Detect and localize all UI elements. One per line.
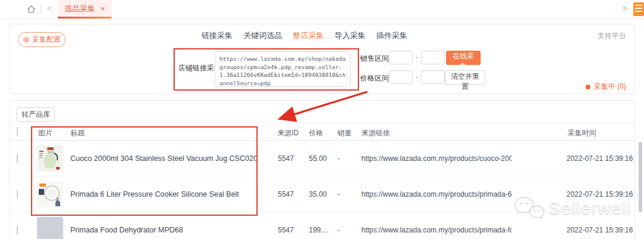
product-image-seal-belt bbox=[37, 181, 63, 209]
price: 55.00 bbox=[309, 154, 327, 163]
row-checkbox[interactable] bbox=[17, 190, 18, 199]
column-sales: 销量 bbox=[338, 128, 352, 138]
collect-config-button[interactable]: 采集配置 bbox=[18, 32, 66, 47]
tab-product-collection[interactable]: 选品采集 × bbox=[58, 0, 112, 17]
source-id: 5547 bbox=[278, 226, 294, 234]
tab-plugin-collect[interactable]: 插件采集 bbox=[376, 30, 407, 41]
product-image-vacuum-jug bbox=[37, 145, 63, 173]
tab-import-collect[interactable]: 导入采集 bbox=[335, 30, 366, 41]
table-header: 图片 标题 来源ID 价格 销量 来源链接 采集时间 bbox=[9, 123, 634, 141]
sales-range-label: 销售区间 bbox=[360, 54, 389, 64]
select-all-checkbox[interactable] bbox=[17, 127, 18, 136]
online-collect-button[interactable]: 在线采集 bbox=[446, 51, 481, 65]
price-range-separator: - bbox=[416, 73, 418, 81]
sales: - bbox=[338, 154, 340, 163]
status-dot-icon bbox=[586, 85, 590, 89]
column-collect-time: 采集时间 bbox=[568, 128, 596, 138]
price-range-label: 价格区间 bbox=[360, 73, 389, 83]
product-image-placeholder bbox=[37, 217, 63, 239]
row-checkbox[interactable] bbox=[17, 154, 18, 163]
source-id: 5547 bbox=[278, 190, 294, 198]
back-chevron-icon[interactable]: < bbox=[47, 4, 52, 13]
to-product-library-button[interactable]: 转产品库 bbox=[17, 107, 55, 122]
topbar-divider: | bbox=[39, 4, 42, 13]
price: 35.00 bbox=[309, 190, 327, 198]
tab-whole-store-collect[interactable]: 整店采集 bbox=[293, 30, 324, 41]
row-checkbox[interactable] bbox=[17, 225, 18, 235]
column-price: 价格 bbox=[309, 128, 323, 138]
forward-chevron-icon[interactable]: > bbox=[623, 4, 627, 13]
collect-time: 2022-07-21 15:39:16 bbox=[566, 154, 633, 163]
source-link: https://www.lazada.com.my/products/cuoco… bbox=[361, 154, 512, 163]
scrollbar-thumb[interactable] bbox=[639, 142, 642, 212]
tab-close-icon[interactable]: × bbox=[101, 5, 106, 13]
column-source-link: 来源链接 bbox=[361, 128, 390, 138]
collect-config-label: 采集配置 bbox=[32, 35, 61, 45]
collect-time: 2022-07-21 15:39:16 bbox=[566, 190, 633, 198]
tab-label: 选品采集 bbox=[64, 4, 95, 14]
tab-link-collect[interactable]: 链接采集 bbox=[202, 30, 233, 41]
shop-link-input[interactable]: https://www.lazada.com.my/shop/nakadagro… bbox=[215, 51, 351, 87]
clear-reset-button[interactable]: 清空并重置 bbox=[445, 70, 485, 85]
supported-platforms-label: 支持平台 bbox=[534, 31, 626, 41]
price-min-input[interactable] bbox=[389, 70, 413, 84]
sales-min-input[interactable] bbox=[389, 51, 413, 64]
gear-icon bbox=[23, 36, 30, 44]
column-title: 标题 bbox=[70, 128, 85, 138]
column-image: 图片 bbox=[38, 128, 52, 138]
sales: - bbox=[338, 226, 340, 234]
source-link: https://www.lazada.com.my/products/prima… bbox=[361, 190, 512, 198]
collect-mode-tabs: 链接采集 关键词选品 整店采集 导入采集 插件采集 bbox=[202, 30, 407, 41]
price-max-input[interactable] bbox=[421, 70, 445, 84]
source-id: 5547 bbox=[278, 154, 294, 163]
table-row: Primada Food Dehydrator MPD68 5547 199..… bbox=[9, 212, 634, 239]
product-title: Cuoco 2000ml 304 Stainless Steel Vacuum … bbox=[70, 154, 258, 163]
source-link: https://www.lazada.com.my/products/prima… bbox=[361, 226, 512, 234]
sales-max-input[interactable] bbox=[421, 51, 445, 64]
table-row: Cuoco 2000ml 304 Stainless Steel Vacuum … bbox=[9, 141, 634, 176]
product-title: Primada Food Dehydrator MPD68 bbox=[70, 226, 183, 234]
column-source-id: 来源ID bbox=[277, 128, 299, 138]
tab-keyword-select[interactable]: 关键词选品 bbox=[243, 30, 282, 41]
sales: - bbox=[338, 190, 340, 198]
panel-toggle-icon[interactable] bbox=[633, 2, 644, 16]
sales-range-separator: - bbox=[416, 53, 418, 61]
table-row: Primada 6 Liter Pressure Cooker Silicone… bbox=[9, 176, 634, 212]
collect-time: 2022-07-21 15:39:16 bbox=[566, 226, 633, 234]
product-title: Primada 6 Liter Pressure Cooker Silicone… bbox=[70, 190, 239, 198]
active-tab-underline bbox=[58, 17, 112, 18]
price: 199.... bbox=[309, 226, 329, 234]
collecting-status: 采集中 (0) bbox=[537, 82, 626, 92]
home-icon[interactable] bbox=[26, 4, 36, 14]
